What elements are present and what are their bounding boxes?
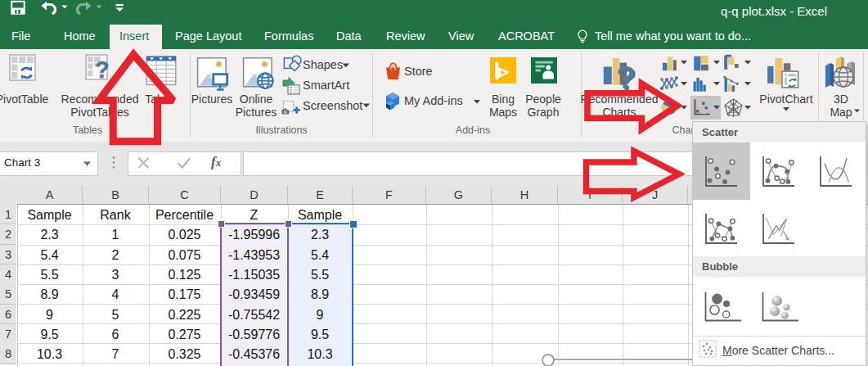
svg-text:?: ? — [616, 60, 636, 93]
svg-text:?: ? — [95, 56, 110, 82]
